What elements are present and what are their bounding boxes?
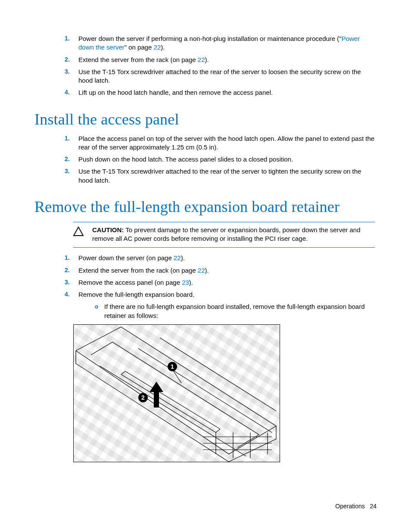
step-text: ). xyxy=(161,44,165,51)
step-text: ). xyxy=(181,254,185,261)
document-page: Power down the server if performing a no… xyxy=(0,0,411,532)
step-text: Push down on the hood latch. The access … xyxy=(78,156,293,163)
substep-text: If there are no full-length expansion bo… xyxy=(104,303,365,319)
arrow-up-icon xyxy=(148,382,165,408)
caution-label: CAUTION: xyxy=(92,226,124,233)
page-ref[interactable]: 23 xyxy=(182,279,189,286)
footer-section: Operations xyxy=(335,503,364,510)
page-footer: Operations 24 xyxy=(335,503,377,510)
step: Power down the server (on page 22). xyxy=(65,254,377,262)
step: Place the access panel on top of the ser… xyxy=(65,134,377,152)
step-text: Place the access panel on top of the ser… xyxy=(78,135,374,151)
substeps: If there are no full-length expansion bo… xyxy=(78,302,377,320)
step-text: Power down the server (on page xyxy=(78,254,174,261)
step: Power down the server if performing a no… xyxy=(65,34,377,52)
substep: If there are no full-length expansion bo… xyxy=(78,302,377,320)
step: Extend the server from the rack (on page… xyxy=(65,56,377,64)
callout-1: 1 xyxy=(168,362,177,371)
step-text: Extend the server from the rack (on page xyxy=(78,56,198,63)
step: Use the T-15 Torx screwdriver attached t… xyxy=(65,167,377,185)
heading-remove-retainer: Remove the full-length expansion board r… xyxy=(34,198,377,216)
step-text: ). xyxy=(205,56,209,63)
caution-icon xyxy=(73,226,92,236)
step: Remove the access panel (on page 23). xyxy=(65,278,377,287)
page-ref[interactable]: 22 xyxy=(154,44,161,51)
svg-marker-2 xyxy=(149,382,163,408)
section2-steps: Place the access panel on top of the ser… xyxy=(65,134,377,185)
svg-marker-0 xyxy=(74,227,83,236)
section1-steps: Power down the server if performing a no… xyxy=(65,34,377,97)
step-text: Remove the access panel (on page xyxy=(78,279,182,286)
step-text: Remove the full-length expansion board. xyxy=(78,291,194,298)
caution-text: CAUTION: To prevent damage to the server… xyxy=(92,226,375,243)
page-ref[interactable]: 22 xyxy=(198,267,205,274)
section3-steps: Power down the server (on page 22). Exte… xyxy=(65,254,377,320)
step-text: " on page xyxy=(125,44,154,51)
caution-block: CAUTION: To prevent damage to the server… xyxy=(73,222,375,248)
heading-install-access-panel: Install the access panel xyxy=(34,110,377,128)
step: Use the T-15 Torx screwdriver attached t… xyxy=(65,68,377,85)
page-ref[interactable]: 22 xyxy=(198,56,205,63)
step-text: Use the T-15 Torx screwdriver attached t… xyxy=(78,68,361,84)
step-text: Extend the server from the rack (on page xyxy=(78,267,198,274)
step: Extend the server from the rack (on page… xyxy=(65,266,377,275)
caution-body: To prevent damage to the server or expan… xyxy=(92,226,361,242)
figure-retainer-removal: 1 2 xyxy=(73,324,280,462)
page-ref[interactable]: 22 xyxy=(174,254,181,261)
step: Remove the full-length expansion board. … xyxy=(65,290,377,320)
footer-page: 24 xyxy=(370,503,377,510)
callout-2: 2 xyxy=(138,393,148,402)
step-text: ). xyxy=(205,267,209,274)
step-text: ). xyxy=(189,279,193,286)
step-text: Lift up on the hood latch handle, and th… xyxy=(78,89,273,96)
step-text: Use the T-15 Torx screwdriver attached t… xyxy=(78,168,361,184)
step: Push down on the hood latch. The access … xyxy=(65,155,377,164)
step: Lift up on the hood latch handle, and th… xyxy=(65,88,377,97)
step-text: Power down the server if performing a no… xyxy=(78,35,342,42)
diagram-svg xyxy=(74,325,280,462)
